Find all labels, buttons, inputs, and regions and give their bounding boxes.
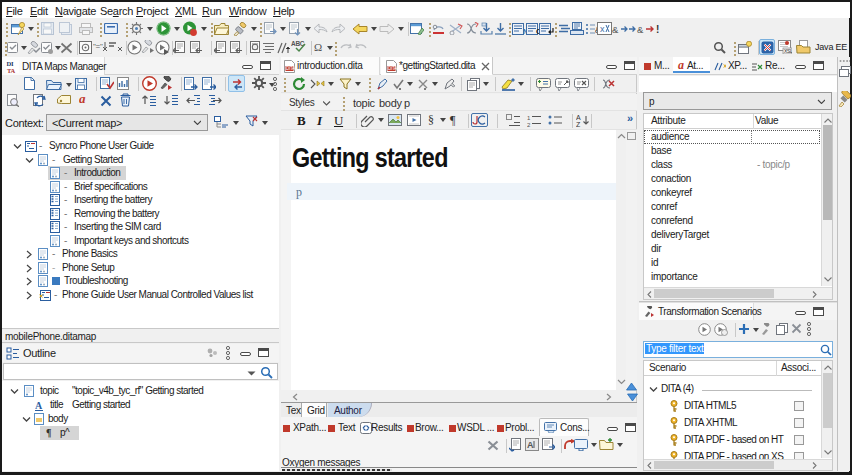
svg-text:"=": "=" bbox=[93, 42, 103, 51]
svg-text:&: & bbox=[612, 24, 619, 34]
svg-text:DITA: DITA bbox=[286, 66, 295, 71]
svg-text:XSL: XSL bbox=[784, 48, 792, 54]
svg-text:A: A bbox=[35, 400, 43, 411]
svg-text:&: & bbox=[637, 24, 644, 34]
svg-text:a: a bbox=[79, 92, 86, 105]
svg-text:Ω: Ω bbox=[314, 41, 322, 52]
svg-text:1: 1 bbox=[527, 115, 531, 121]
svg-text:!: ! bbox=[656, 24, 659, 34]
svg-text:2: 2 bbox=[527, 122, 531, 127]
svg-text:TA: TA bbox=[7, 67, 16, 74]
svg-text:A: A bbox=[576, 114, 581, 121]
svg-text:DITA: DITA bbox=[388, 66, 397, 71]
svg-text:A: A bbox=[527, 440, 534, 450]
svg-text:Z: Z bbox=[576, 121, 581, 127]
